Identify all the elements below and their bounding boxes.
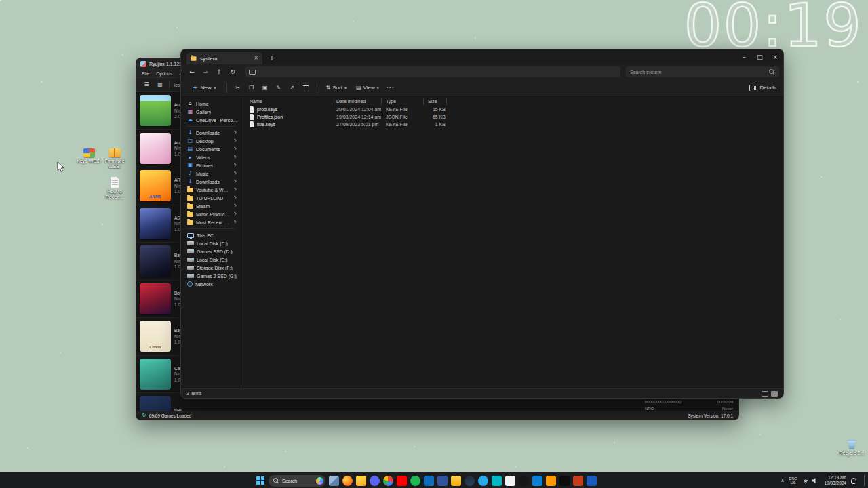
forward-button[interactable] bbox=[199, 66, 212, 77]
taskbar-icon-outlook[interactable] bbox=[424, 476, 434, 486]
new-button[interactable]: New bbox=[188, 83, 221, 93]
menu-options[interactable]: Options bbox=[156, 71, 172, 76]
sidebar-item-network[interactable]: Network bbox=[181, 280, 241, 288]
taskbar-icon-discord[interactable] bbox=[370, 476, 380, 486]
desktop-icon-firmware[interactable]: Firmware WEB! bbox=[99, 148, 130, 169]
taskbar-icon-files[interactable] bbox=[451, 476, 461, 486]
taskbar-icon-firefox[interactable] bbox=[342, 476, 353, 486]
address-bar[interactable] bbox=[245, 66, 620, 77]
sidebar-item-disk-e[interactable]: Local Disk (E:) bbox=[181, 256, 241, 264]
show-desktop-button[interactable] bbox=[864, 475, 865, 486]
taskbar-icon-notes[interactable] bbox=[505, 476, 515, 486]
language-indicator[interactable]: ENG US bbox=[789, 476, 797, 485]
tab-close-icon[interactable] bbox=[254, 56, 258, 61]
sidebar-item-disk-f[interactable]: Storage Disk (F:) bbox=[181, 264, 241, 272]
notification-bell-icon[interactable] bbox=[851, 478, 856, 483]
sidebar-item-documents[interactable]: Documents bbox=[181, 145, 241, 153]
sidebar-item-music[interactable]: Music bbox=[181, 169, 241, 178]
sidebar-item-downloads-2[interactable]: Downloads bbox=[181, 178, 241, 186]
more-options-button[interactable] bbox=[385, 83, 396, 94]
sidebar-item-disk-g[interactable]: Games 2 SSD (G:) bbox=[181, 272, 241, 280]
file-row[interactable]: title.keys 27/09/2023 5:01 pm KEYS File … bbox=[241, 121, 783, 128]
explorer-file-area: Name Date modified Type Size prod.keys 2… bbox=[241, 97, 783, 388]
sidebar-item-home[interactable]: Home bbox=[181, 100, 241, 108]
sidebar-item-videos[interactable]: Videos bbox=[181, 153, 241, 161]
taskbar-icon-bolt[interactable] bbox=[356, 476, 366, 486]
delete-button[interactable] bbox=[300, 83, 311, 94]
list-view-icon[interactable] bbox=[142, 80, 151, 89]
column-header-date-modified[interactable]: Date modified bbox=[332, 98, 382, 105]
folder-icon bbox=[187, 220, 193, 225]
maximize-button[interactable] bbox=[752, 49, 768, 64]
column-header-name[interactable]: Name bbox=[241, 98, 332, 105]
tray-clock[interactable]: 12:19 am 19/03/2024 bbox=[824, 475, 846, 486]
taskbar-icon-powerpoint[interactable] bbox=[573, 476, 583, 486]
menu-file[interactable]: File bbox=[142, 71, 149, 76]
view-button[interactable]: View bbox=[353, 83, 382, 93]
taskbar-icon-github[interactable] bbox=[519, 476, 529, 486]
sidebar-item-youtube-weebly[interactable]: Youtube & Weebly A bbox=[181, 186, 241, 194]
taskbar-icon-steam[interactable] bbox=[465, 476, 475, 486]
close-button[interactable] bbox=[768, 49, 783, 64]
taskbar-icon-youtube[interactable] bbox=[397, 476, 407, 486]
taskbar-icon-mail[interactable] bbox=[437, 476, 448, 486]
search-input[interactable] bbox=[630, 70, 766, 75]
sidebar-item-downloads[interactable]: Downloads bbox=[181, 129, 241, 137]
copy-button[interactable] bbox=[246, 83, 257, 94]
rename-button[interactable] bbox=[273, 83, 284, 94]
back-button[interactable] bbox=[185, 66, 199, 77]
large-view-toggle-icon[interactable] bbox=[771, 391, 778, 396]
sidebar-item-pictures[interactable]: Pictures bbox=[181, 161, 241, 169]
game-cover bbox=[140, 359, 171, 390]
file-name: Profiles.json bbox=[257, 115, 283, 119]
refresh-games-icon[interactable] bbox=[142, 413, 146, 418]
taskbar-icon-word[interactable] bbox=[587, 476, 597, 486]
minimize-button[interactable] bbox=[736, 49, 752, 64]
explorer-tab[interactable]: system bbox=[186, 52, 262, 64]
file-name: title.keys bbox=[257, 122, 275, 127]
sidebar-item-steam[interactable]: Steam bbox=[181, 202, 241, 210]
taskbar-icon-terminal[interactable] bbox=[559, 476, 570, 486]
sidebar-item-gallery[interactable]: Gallery bbox=[181, 108, 241, 116]
column-header-type[interactable]: Type bbox=[382, 98, 424, 105]
start-button[interactable] bbox=[256, 476, 265, 485]
sidebar-item-music-production[interactable]: Music Production bbox=[181, 210, 241, 218]
taskbar-icon-vscode[interactable] bbox=[532, 476, 542, 486]
taskbar-icon-paint[interactable] bbox=[492, 476, 502, 486]
taskbar-icon-chrome[interactable] bbox=[383, 476, 393, 486]
file-row[interactable]: prod.keys 20/01/2024 12:04 am KEYS File … bbox=[241, 106, 783, 113]
file-row[interactable]: Profiles.json 19/03/2024 12:14 am JSON F… bbox=[241, 113, 783, 121]
refresh-button[interactable] bbox=[226, 66, 239, 77]
desktop-icon-recycle-bin[interactable]: Recycle Bin bbox=[836, 439, 867, 456]
details-toggle-button[interactable]: Details bbox=[749, 85, 776, 92]
list-view-toggle-icon[interactable] bbox=[762, 391, 768, 396]
sidebar-item-this-pc[interactable]: This PC bbox=[181, 231, 241, 239]
sidebar-item-desktop[interactable]: Desktop bbox=[181, 137, 241, 145]
share-button[interactable] bbox=[287, 83, 298, 94]
taskbar-search[interactable]: Search bbox=[269, 475, 326, 487]
taskbar-icon-telegram[interactable] bbox=[478, 476, 488, 486]
taskbar-icon-spotify[interactable] bbox=[410, 476, 420, 486]
network-volume-icons[interactable] bbox=[802, 477, 819, 484]
paste-button[interactable] bbox=[260, 83, 271, 94]
cut-button[interactable] bbox=[233, 83, 243, 94]
tray-overflow-chevron-icon[interactable] bbox=[781, 479, 784, 483]
up-button[interactable] bbox=[212, 66, 226, 77]
new-tab-button[interactable] bbox=[267, 53, 277, 64]
sidebar-item-onedrive[interactable]: OneDrive - Personal bbox=[181, 116, 241, 124]
search-box[interactable] bbox=[626, 66, 779, 77]
pin-icon bbox=[233, 163, 237, 167]
desktop-icon-label: How to Redee... bbox=[99, 189, 130, 200]
sidebar-item-most-recent[interactable]: Most Recent Campai bbox=[181, 218, 241, 226]
pin-icon bbox=[233, 212, 237, 216]
column-header-size[interactable]: Size bbox=[424, 98, 447, 105]
grid-view-icon[interactable] bbox=[155, 80, 165, 89]
taskbar-icon-task-view[interactable] bbox=[329, 476, 339, 486]
desktop-icon-howto[interactable]: How to Redee... bbox=[99, 177, 130, 200]
sidebar-item-disk-d[interactable]: Games SSD (D:) bbox=[181, 247, 241, 256]
sidebar-item-disk-c[interactable]: Local Disk (C:) bbox=[181, 239, 241, 247]
items-count: 3 items bbox=[186, 391, 202, 396]
taskbar-icon-folder[interactable] bbox=[546, 476, 556, 486]
sort-button[interactable]: Sort bbox=[323, 83, 350, 93]
sidebar-item-to-upload[interactable]: TO UPLOAD bbox=[181, 194, 241, 202]
